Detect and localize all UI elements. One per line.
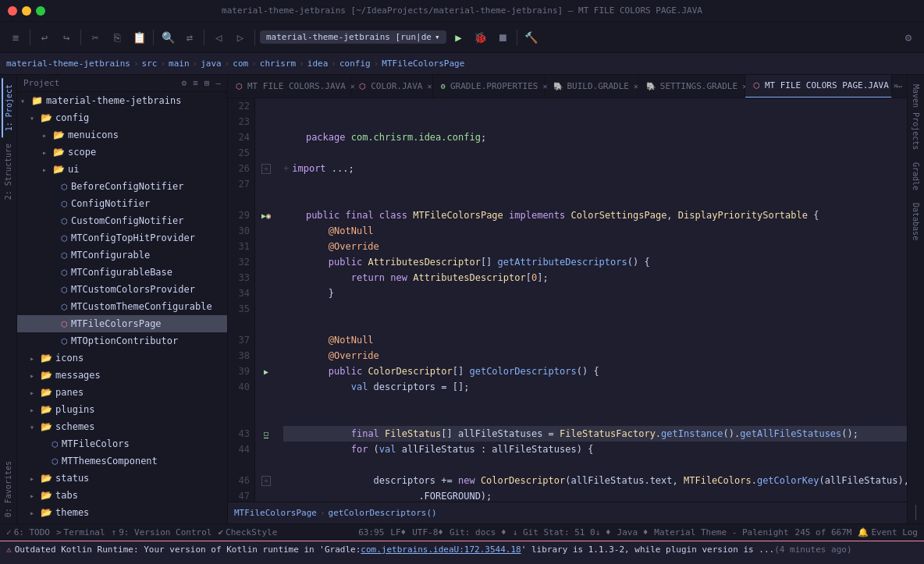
status-theme[interactable]: Material Theme - Palenight	[654, 527, 788, 537]
close-button[interactable]	[8, 6, 17, 16]
event-log[interactable]: 🔔 Event Log	[858, 527, 918, 537]
cursor-position: 63:95	[358, 527, 384, 537]
find-button[interactable]: 🔍	[158, 28, 177, 47]
sidebar-label-panes: panes	[55, 387, 84, 398]
sidebar-item-tabs[interactable]: ▸ 📂 tabs	[17, 487, 227, 504]
sidebar-settings-icon[interactable]: ⚙	[182, 78, 187, 88]
sidebar-close-icon[interactable]: —	[215, 78, 221, 88]
breadcrumb-file[interactable]: MTFileColorsPage	[382, 59, 464, 69]
panel-tab-favorites[interactable]: 0: Favorites	[2, 455, 14, 523]
sidebar-item-MTCustomColorsProvider[interactable]: ⬡ MTCustomColorsProvider	[17, 281, 227, 298]
fold-icon[interactable]: +	[261, 476, 271, 486]
tab-mtfilecolors[interactable]: ⬡ MT FILE COLORS.JAVA ✕	[228, 75, 351, 98]
panel-tab-project[interactable]: 1: Project	[2, 78, 15, 137]
bottom-tab-todo[interactable]: ✓ 6: TODO	[6, 527, 50, 537]
run-gutter-icon[interactable]: ▶	[264, 367, 268, 376]
run-button[interactable]: ▶	[450, 28, 468, 47]
sidebar-item-MTCustomThemeConfigurable[interactable]: ⬡ MTCustomThemeConfigurable	[17, 298, 227, 315]
code-panel[interactable]: package com.chrisrm.idea.config; +import…	[277, 98, 907, 502]
sidebar-item-themes[interactable]: ▸ 📂 themes	[17, 504, 227, 521]
breadcrumb-src[interactable]: src	[142, 59, 158, 69]
tab-settingsgradle[interactable]: 🐘 SETTINGS.GRADLE ✕	[638, 75, 745, 98]
build-button[interactable]: 🔨	[522, 28, 541, 47]
sidebar-item-config[interactable]: ▾ 📂 config	[17, 109, 227, 126]
sidebar-item-MTConfigTopHitProvider[interactable]: ⬡ MTConfigTopHitProvider	[17, 229, 227, 247]
breadcrumb-com[interactable]: com	[233, 59, 248, 69]
right-tab-gradle[interactable]: Gradle	[910, 156, 922, 197]
bottom-tab-terminal[interactable]: > Terminal	[56, 527, 105, 537]
sidebar-item-ConfigNotifier[interactable]: ⬡ ConfigNotifier	[17, 195, 227, 212]
sidebar-item-MTThemesComponent[interactable]: ⬡ MTThemesComponent	[17, 452, 227, 470]
sidebar-item-schemes[interactable]: ▾ 📂 schemes	[17, 418, 227, 435]
bottom-tab-checkstyle[interactable]: ✔ CheckStyle	[218, 527, 277, 537]
sidebar-item-menuicons[interactable]: ▸ 📂 menuicons	[17, 126, 227, 144]
sidebar-item-MTConfigurableBase[interactable]: ⬡ MTConfigurableBase	[17, 264, 227, 281]
cut-button[interactable]: ✂	[86, 28, 105, 47]
redo-button[interactable]: ↪	[57, 28, 76, 47]
close-tab-icon[interactable]: ✕	[427, 82, 432, 90]
breadcrumb-chrisrm[interactable]: chrisrm	[260, 59, 296, 69]
tab-gradleprops[interactable]: ⚙ GRADLE.PROPERTIES ✕	[433, 75, 546, 98]
breadcrumb-config[interactable]: config	[339, 59, 371, 69]
sidebar-item-ui[interactable]: ▸ 📂 ui	[17, 161, 227, 178]
sidebar-item-MTConfigurable[interactable]: ⬡ MTConfigurable	[17, 247, 227, 264]
back-button[interactable]: ◁	[209, 28, 228, 47]
toolbar-separator	[153, 30, 154, 45]
right-tab-maven[interactable]: Maven Projects	[910, 78, 922, 156]
sidebar-item-BeforeConfigNotifier[interactable]: ⬡ BeforeConfigNotifier	[17, 178, 227, 195]
traffic-lights	[8, 6, 45, 16]
sidebar-item-MTFileColors[interactable]: ⬡ MTFileColors	[17, 435, 227, 452]
paste-button[interactable]: 📋	[130, 28, 148, 47]
java-label: Java ♦	[617, 527, 649, 537]
breadcrumb-idea[interactable]: idea	[307, 59, 329, 69]
sidebar-item-CustomConfigNotifier[interactable]: ⬡ CustomConfigNotifier	[17, 212, 227, 229]
minimize-button[interactable]	[22, 6, 31, 16]
sidebar-item-MTFileColorsPage[interactable]: ⬡ MTFileColorsPage	[17, 315, 227, 332]
status-git[interactable]: Git: docs ♦	[450, 527, 506, 537]
status-gitstat[interactable]: ↓ Git Stat: 51 0↓ ♦	[513, 527, 611, 537]
status-memory[interactable]: 245 of 667M	[795, 527, 852, 537]
breadcrumb-main[interactable]: main	[169, 59, 190, 69]
right-tab-database[interactable]: Database	[910, 197, 922, 247]
editor-content[interactable]: 22 23 24 25 26 27 29 30 31 32 33 34 35	[228, 98, 907, 502]
status-encoding[interactable]: UTF-8♦	[412, 527, 443, 537]
forward-button[interactable]: ▷	[231, 28, 250, 47]
menu-button[interactable]: ≡	[6, 28, 25, 47]
bottom-breadcrumb-class[interactable]: MTFileColorsPage	[234, 508, 317, 518]
status-java[interactable]: Java ♦	[617, 527, 649, 537]
maximize-button[interactable]	[36, 6, 45, 16]
undo-button[interactable]: ↩	[35, 28, 54, 47]
more-tabs-button[interactable]: ⋯	[892, 81, 907, 92]
code-line	[283, 301, 907, 317]
stop-button[interactable]: ⏹	[493, 28, 512, 47]
breadcrumb-java[interactable]: java	[201, 59, 222, 69]
panel-tab-structure[interactable]: 2: Structure	[2, 137, 14, 206]
tab-mtfilecolorspage[interactable]: ⬡ MT FILE COLORS PAGE.JAVA ✕	[745, 75, 892, 98]
tab-buildgradle[interactable]: 🐘 BUILD.GRADLE ✕	[546, 75, 638, 98]
scroll-thumb[interactable]	[915, 505, 916, 520]
copy-button[interactable]: ⎘	[108, 28, 126, 47]
sidebar-item-panes[interactable]: ▸ 📂 panes	[17, 384, 227, 401]
sidebar-item-status[interactable]: ▸ 📂 status	[17, 470, 227, 487]
sidebar-expand-icon[interactable]: ⊞	[204, 78, 210, 88]
sidebar-item-plugins[interactable]: ▸ 📂 plugins	[17, 401, 227, 418]
debug-button[interactable]: 🐞	[471, 28, 490, 47]
sidebar-item-scope[interactable]: ▸ 📂 scope	[17, 144, 227, 161]
bottom-breadcrumb-method[interactable]: getColorDescriptors()	[329, 508, 437, 518]
run-config[interactable]: material-theme-jetbrains [run|de ▾	[260, 30, 446, 44]
sidebar-item-MTOptionContributor[interactable]: ⬡ MTOptionContributor	[17, 332, 227, 349]
breadcrumb-project[interactable]: material-theme-jetbrains	[6, 59, 130, 69]
replace-button[interactable]: ⇄	[180, 28, 199, 47]
status-lf[interactable]: LF♦	[390, 527, 406, 537]
settings-button[interactable]: ⚙	[899, 28, 918, 47]
sidebar-item-messages[interactable]: ▸ 📂 messages	[17, 367, 227, 384]
sidebar-item-tree[interactable]: ▸ 📂 tree	[17, 521, 227, 523]
bottom-tab-version-control[interactable]: ↑ 9: Version Control	[112, 527, 212, 537]
fold-icon[interactable]: +	[261, 164, 271, 174]
sidebar-item-root[interactable]: ▾ 📁 material-theme-jetbrains	[17, 92, 227, 109]
tab-colorjava[interactable]: ⬡ COLOR.JAVA ✕	[351, 75, 433, 98]
bean-gutter-icon[interactable]: ◉	[266, 211, 271, 220]
warning-link[interactable]: com.jetbrains.ideaU:172.3544.18	[361, 544, 521, 555]
sidebar-item-icons[interactable]: ▸ 📂 icons	[17, 349, 227, 367]
sidebar-collapse-icon[interactable]: ≡	[193, 78, 198, 88]
